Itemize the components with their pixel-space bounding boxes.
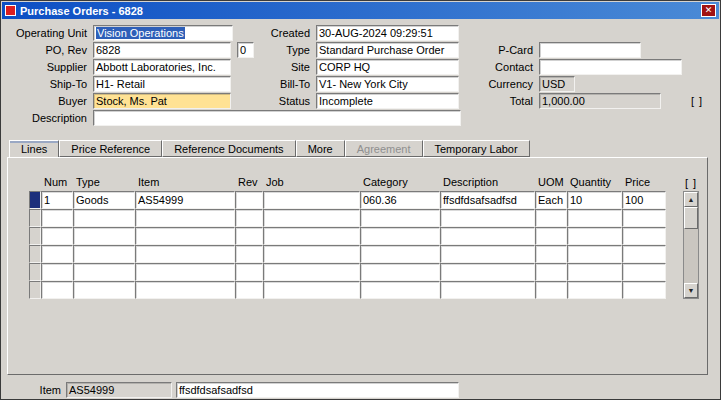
footer-item-field[interactable]: AS54999	[66, 382, 172, 398]
category-cell[interactable]: 060.36	[360, 191, 440, 209]
supplier-field[interactable]: Abbott Laboratories, Inc.	[93, 59, 231, 75]
rev-cell[interactable]	[235, 263, 263, 281]
record-selector[interactable]	[29, 263, 41, 281]
job-cell[interactable]	[263, 263, 360, 281]
num-cell[interactable]	[41, 227, 73, 245]
quantity-cell[interactable]: 10	[567, 191, 622, 209]
tab-bar: Lines Price Reference Reference Document…	[9, 140, 530, 158]
category-cell[interactable]	[360, 209, 440, 227]
num-cell[interactable]: 1	[41, 191, 73, 209]
type-cell[interactable]	[73, 263, 135, 281]
created-field[interactable]: 30-AUG-2024 09:29:51	[316, 25, 459, 41]
scroll-down-icon[interactable]: ▼	[684, 283, 698, 298]
total-field[interactable]: 1,000.00	[539, 93, 661, 109]
item-cell[interactable]: AS54999	[135, 191, 235, 209]
job-cell[interactable]	[263, 281, 360, 299]
scrollbar-thumb[interactable]	[684, 207, 698, 229]
category-cell[interactable]	[360, 263, 440, 281]
job-cell[interactable]	[263, 227, 360, 245]
rev-cell[interactable]	[235, 281, 263, 299]
description-cell[interactable]	[440, 263, 535, 281]
type-cell[interactable]: Goods	[73, 191, 135, 209]
tab-price-reference[interactable]: Price Reference	[59, 140, 162, 157]
status-field[interactable]: Incomplete	[316, 93, 459, 109]
type-cell[interactable]	[73, 281, 135, 299]
description-cell[interactable]	[440, 281, 535, 299]
quantity-cell[interactable]	[567, 209, 622, 227]
operating-unit-field[interactable]: Vision Operations	[93, 25, 233, 41]
job-cell[interactable]	[263, 245, 360, 263]
type-field[interactable]: Standard Purchase Order	[316, 42, 459, 58]
description-cell[interactable]	[440, 245, 535, 263]
tab-temporary-labor[interactable]: Temporary Labor	[423, 140, 530, 157]
uom-cell[interactable]: Each	[535, 191, 567, 209]
tab-more[interactable]: More	[296, 140, 345, 157]
titlebar[interactable]: Purchase Orders - 6828 ✕	[2, 2, 719, 19]
po-number-field[interactable]: 6828	[93, 42, 231, 58]
tab-reference-documents[interactable]: Reference Documents	[162, 140, 295, 157]
type-cell[interactable]	[73, 227, 135, 245]
job-cell[interactable]	[263, 191, 360, 209]
price-cell[interactable]	[622, 227, 666, 245]
record-selector[interactable]	[29, 227, 41, 245]
category-cell[interactable]	[360, 227, 440, 245]
close-button[interactable]: ✕	[701, 4, 716, 17]
description-field[interactable]	[93, 110, 461, 126]
p-card-label: P-Card	[455, 44, 533, 58]
description-cell[interactable]	[440, 227, 535, 245]
scrollbar-track[interactable]	[684, 207, 698, 283]
price-cell[interactable]	[622, 281, 666, 299]
num-cell[interactable]	[41, 263, 73, 281]
uom-cell[interactable]	[535, 209, 567, 227]
item-cell[interactable]	[135, 281, 235, 299]
record-selector[interactable]	[29, 281, 41, 299]
price-cell[interactable]	[622, 263, 666, 281]
footer-item-description-field[interactable]: ffsdfdsafsadfsd	[176, 382, 459, 398]
item-cell[interactable]	[135, 209, 235, 227]
contact-field[interactable]	[539, 59, 682, 75]
ship-to-field[interactable]: H1- Retail	[93, 76, 231, 92]
bill-to-field[interactable]: V1- New York City	[316, 76, 459, 92]
description-cell[interactable]: ffsdfdsafsadfsd	[440, 191, 535, 209]
rev-cell[interactable]	[235, 191, 263, 209]
quantity-cell[interactable]	[567, 227, 622, 245]
record-selector[interactable]	[29, 191, 41, 209]
item-cell[interactable]	[135, 227, 235, 245]
num-cell[interactable]	[41, 281, 73, 299]
item-cell[interactable]	[135, 245, 235, 263]
currency-field[interactable]: USD	[539, 76, 575, 92]
uom-cell[interactable]	[535, 245, 567, 263]
price-cell[interactable]	[622, 245, 666, 263]
buyer-field[interactable]: Stock, Ms. Pat	[93, 93, 231, 109]
header-flexfield-indicator[interactable]: [ ]	[691, 95, 703, 107]
type-cell[interactable]	[73, 209, 135, 227]
price-cell[interactable]	[622, 209, 666, 227]
site-label: Site	[232, 61, 310, 75]
rev-cell[interactable]	[235, 209, 263, 227]
item-cell[interactable]	[135, 263, 235, 281]
uom-cell[interactable]	[535, 281, 567, 299]
scroll-up-icon[interactable]: ▲	[684, 192, 698, 207]
description-cell[interactable]	[440, 209, 535, 227]
uom-cell[interactable]	[535, 227, 567, 245]
rev-cell[interactable]	[235, 245, 263, 263]
uom-cell[interactable]	[535, 263, 567, 281]
type-cell[interactable]	[73, 245, 135, 263]
lines-scrollbar[interactable]: ▲ ▼	[683, 191, 699, 299]
price-cell[interactable]: 100	[622, 191, 666, 209]
record-selector[interactable]	[29, 245, 41, 263]
col-header-item: Item	[135, 176, 235, 188]
site-field[interactable]: CORP HQ	[316, 59, 459, 75]
category-cell[interactable]	[360, 281, 440, 299]
quantity-cell[interactable]	[567, 245, 622, 263]
job-cell[interactable]	[263, 209, 360, 227]
quantity-cell[interactable]	[567, 281, 622, 299]
num-cell[interactable]	[41, 245, 73, 263]
p-card-field[interactable]	[539, 42, 641, 58]
category-cell[interactable]	[360, 245, 440, 263]
rev-cell[interactable]	[235, 227, 263, 245]
record-selector[interactable]	[29, 209, 41, 227]
tab-lines[interactable]: Lines	[9, 140, 59, 158]
num-cell[interactable]	[41, 209, 73, 227]
quantity-cell[interactable]	[567, 263, 622, 281]
